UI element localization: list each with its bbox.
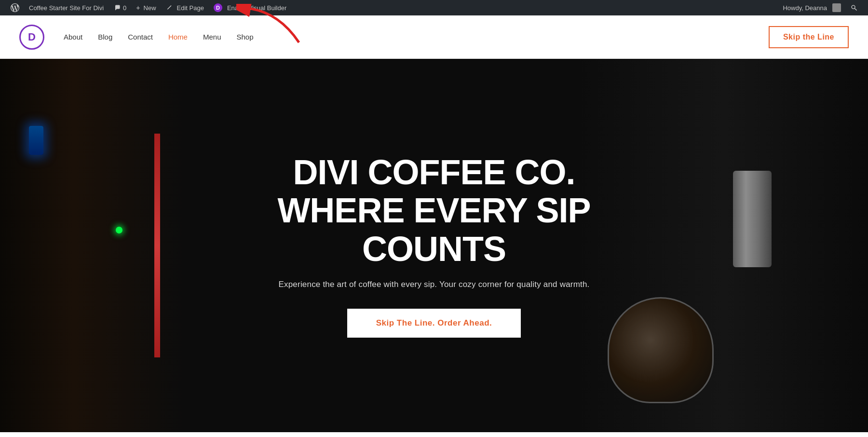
edit-page-button[interactable]: Edit Page (161, 0, 209, 15)
enable-visual-builder-button[interactable]: D Enable Visual Builder (209, 0, 291, 15)
logo-letter: D (28, 31, 36, 43)
howdy-button[interactable]: Howdy, Deanna (778, 0, 846, 15)
nav-contact[interactable]: Contact (128, 33, 153, 41)
enable-visual-builder-label: Enable Visual Builder (227, 4, 286, 12)
search-icon (851, 4, 857, 11)
admin-bar-wrapper: Coffee Starter Site For Divi 0 + New Edi… (0, 0, 868, 15)
chrome-part-detail (733, 171, 772, 267)
wp-admin-bar: Coffee Starter Site For Divi 0 + New Edi… (0, 0, 868, 15)
site-nav: About Blog Contact Home Menu Shop (64, 33, 254, 41)
logo-circle: D (19, 25, 44, 50)
hero-title: DIVI COFFEE CO. WHERE EVERY SIP COUNTS (236, 153, 632, 268)
hero-content: DIVI COFFEE CO. WHERE EVERY SIP COUNTS E… (217, 153, 651, 338)
edit-page-label: Edit Page (177, 4, 204, 12)
search-button[interactable] (846, 0, 862, 15)
nav-blog[interactable]: Blog (98, 33, 112, 41)
site-header: D About Blog Contact Home Menu Shop Skip… (0, 15, 868, 59)
hero-subtitle: Experience the art of coffee with every … (236, 280, 632, 289)
nav-about[interactable]: About (64, 33, 82, 41)
site-logo[interactable]: D (19, 25, 44, 50)
red-bar-detail (154, 134, 160, 357)
hero-cta-button[interactable]: Skip The Line. Order Ahead. (347, 309, 521, 338)
howdy-label: Howdy, Deanna (783, 4, 827, 12)
nav-shop[interactable]: Shop (236, 33, 253, 41)
new-button[interactable]: + New (131, 0, 161, 15)
nav-menu[interactable]: Menu (203, 33, 221, 41)
svg-point-0 (852, 5, 855, 9)
nav-home[interactable]: Home (168, 33, 188, 41)
site-title-button[interactable]: Coffee Starter Site For Divi (24, 0, 108, 15)
admin-bar-right: Howdy, Deanna (778, 0, 862, 15)
site-title-text: Coffee Starter Site For Divi (29, 4, 104, 12)
blue-light-detail (29, 126, 43, 155)
hero-section: DIVI COFFEE CO. WHERE EVERY SIP COUNTS E… (0, 59, 868, 432)
comments-count: 0 (123, 4, 126, 12)
wordpress-icon (11, 3, 19, 12)
comments-button[interactable]: 0 (108, 0, 131, 15)
pencil-icon (166, 4, 173, 11)
header-cta-button[interactable]: Skip the Line (769, 26, 849, 48)
svg-line-1 (854, 8, 856, 10)
user-avatar (832, 3, 841, 12)
new-plus-icon: + (136, 4, 140, 12)
comments-icon (113, 4, 121, 12)
divi-icon: D (214, 3, 222, 12)
new-label: New (144, 4, 156, 12)
wp-logo-button[interactable] (6, 0, 24, 15)
